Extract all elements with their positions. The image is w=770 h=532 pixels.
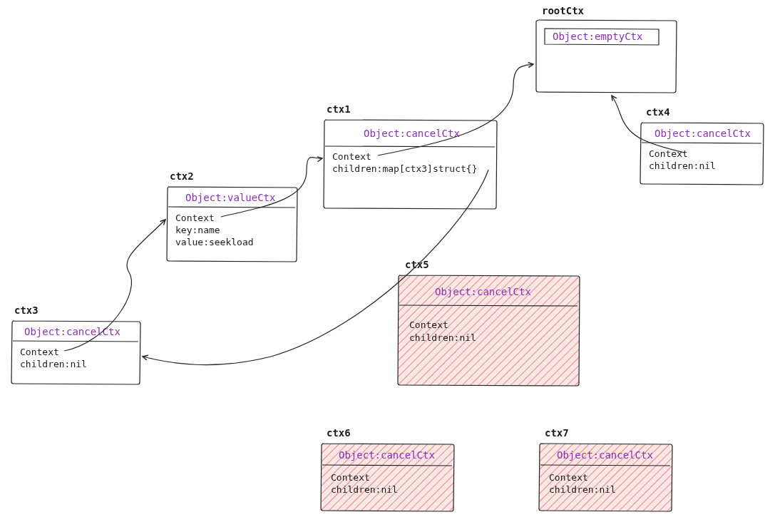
label-ctx1: ctx1 [327,103,351,115]
node-ctx7: ctx7 Object:cancelCtx Context children:n… [539,427,672,511]
label-ctx4: ctx4 [646,106,670,118]
body-ctx3-0: Context [20,347,59,357]
body-ctx2-2: value:seekload [175,237,254,247]
header-ctx4: Object:cancelCtx [654,128,751,139]
header-ctx7: Object:cancelCtx [557,449,653,461]
body-ctx2-1: key:name [175,225,220,235]
body-ctx4-1: children:nil [649,160,716,171]
node-ctx1: ctx1 Object:cancelCtx Context children:m… [324,103,497,209]
body-ctx1-0: Context [332,151,371,162]
label-ctx7: ctx7 [545,427,569,439]
node-rootCtx: rootCtx Object:emptyCtx [536,5,677,93]
header-ctx3: Object:cancelCtx [24,326,120,337]
body-ctx3-1: children:nil [20,359,87,369]
label-ctx6: ctx6 [327,427,351,439]
node-ctx2: ctx2 Object:valueCtx Context key:name va… [167,170,297,262]
body-ctx4-0: Context [649,148,688,159]
header-ctx1: Object:cancelCtx [364,128,460,139]
body-ctx6-0: Context [331,472,370,483]
body-ctx7-1: children:nil [549,484,616,495]
body-ctx5-0: Context [409,319,448,330]
body-ctx1-1: children:map[ctx3]struct{} [332,163,478,174]
header-ctx2: Object:valueCtx [185,192,275,203]
label-ctx2: ctx2 [170,170,194,182]
label-ctx3: ctx3 [14,305,38,316]
node-ctx3: ctx3 Object:cancelCtx Context children:n… [11,305,140,384]
header-ctx5: Object:cancelCtx [435,286,531,297]
label-ctx5: ctx5 [405,259,429,270]
node-ctx5: ctx5 Object:cancelCtx Context children:n… [398,259,580,386]
diagram-canvas: rootCtx Object:emptyCtx ctx1 Object:canc… [0,0,770,532]
body-ctx2-0: Context [175,213,215,223]
label-rootCtx: rootCtx [542,5,585,16]
body-ctx7-0: Context [549,472,588,483]
header-rootCtx: Object:emptyCtx [553,31,642,42]
header-ctx6: Object:cancelCtx [339,449,435,461]
node-ctx6: ctx6 Object:cancelCtx Context children:n… [321,427,454,511]
body-ctx6-1: children:nil [331,484,398,495]
body-ctx5-1: children:nil [409,332,476,343]
